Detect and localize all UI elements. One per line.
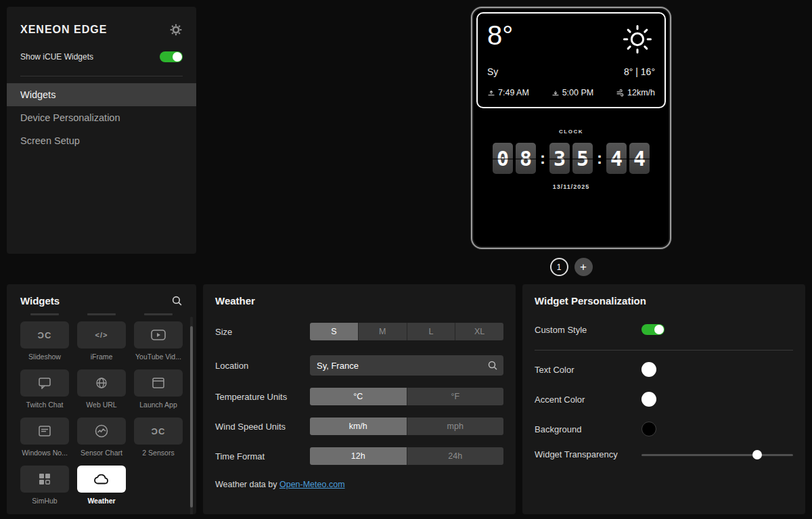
weather-location: Sy [487, 66, 498, 77]
widget-tile-twitch-chat[interactable]: Twitch Chat [20, 369, 69, 409]
iframe-icon: </> [95, 331, 108, 339]
widgets-panel-title: Widgets [20, 295, 60, 307]
location-search-icon[interactable] [487, 360, 498, 371]
widget-tile-youtube[interactable]: YouTube Vid... [134, 321, 183, 361]
wind-icon [616, 89, 625, 97]
sidebar-item-widgets[interactable]: Widgets [7, 83, 196, 106]
temperature-units-label: Temperature Units [215, 392, 310, 402]
custom-style-label: Custom Style [535, 325, 641, 335]
widgets-scrollbar-thumb[interactable] [190, 326, 193, 507]
size-segmented-control: S M L XL [310, 323, 503, 340]
gear-icon[interactable] [169, 23, 183, 37]
time-option-24h[interactable]: 24h [407, 447, 504, 465]
widget-tile-windows-notification[interactable]: Windows No... [20, 418, 69, 457]
widget-grid: ƆC Slideshow </> iFrame YouTube Vid... T… [20, 321, 183, 505]
time-option-12h[interactable]: 12h [310, 447, 407, 465]
location-label: Location [215, 361, 310, 371]
accent-color-swatch[interactable] [641, 392, 656, 407]
widget-tile-launch-app[interactable]: Launch App [134, 369, 183, 409]
temperature-segmented-control: °C °F [310, 388, 503, 405]
app-title: XENEON EDGE [20, 24, 107, 36]
size-label: Size [215, 327, 310, 337]
widget-tile-2-sensors[interactable]: ƆC 2 Sensors [134, 418, 183, 457]
clock-digit: 4 [629, 143, 650, 174]
settings-panel-title: Weather [215, 295, 503, 307]
widgets-scrollbar [190, 317, 193, 514]
youtube-icon [151, 330, 166, 340]
sensor-chart-icon [95, 424, 108, 438]
toggle-knob [654, 325, 664, 334]
accent-color-label: Accent Color [535, 394, 641, 405]
widget-tile-web-url[interactable]: Web URL [77, 369, 126, 409]
slider-track [641, 454, 793, 456]
sidebar-item-screen-setup[interactable]: Screen Setup [7, 129, 196, 152]
clock-digit: 4 [606, 143, 627, 174]
clock-digit: 8 [516, 143, 536, 174]
clock-digit: 5 [572, 143, 593, 174]
size-option-s[interactable]: S [310, 323, 358, 340]
sun-icon [620, 22, 655, 57]
widget-tile-slideshow[interactable]: ƆC Slideshow [20, 321, 69, 361]
size-option-xl[interactable]: XL [455, 323, 503, 340]
size-option-l[interactable]: L [407, 323, 455, 340]
sunset-time: 5:00 PM [562, 88, 594, 97]
sunrise-time: 7:49 AM [498, 88, 529, 97]
wind-option-kmh[interactable]: km/h [310, 418, 407, 435]
clock-separator: : [597, 149, 602, 168]
personalization-divider [535, 350, 793, 351]
twitch-chat-icon [39, 378, 51, 389]
page-1-button[interactable]: 1 [550, 258, 568, 276]
add-page-button[interactable]: + [574, 258, 593, 276]
sunrise-icon [487, 89, 495, 97]
widget-tile-simhub[interactable]: SimHub [20, 466, 69, 505]
wind-speed-units-label: Wind Speed Units [215, 422, 310, 432]
slideshow-icon: ƆC [38, 330, 52, 340]
clock-digit: 0 [493, 143, 513, 174]
size-option-m[interactable]: M [358, 323, 407, 340]
widget-transparency-label: Widget Transparency [535, 449, 641, 459]
launch-app-icon [152, 378, 164, 388]
clock-digit: 3 [549, 143, 570, 174]
simhub-icon [39, 473, 51, 485]
sidebar-item-device-personalization[interactable]: Device Personalization [7, 106, 196, 129]
text-color-label: Text Color [535, 365, 641, 375]
sunset-icon [551, 89, 560, 97]
sidebar-divider [20, 76, 183, 76]
weather-attribution: Weather data by Open-Meteo.com [215, 480, 503, 489]
clipped-widget-row [20, 311, 183, 316]
sidebar-panel: XENEON EDGE Show iCUE Widgets Widgets De… [7, 7, 196, 254]
flip-clock: 0 8 : 3 5 : 4 4 [476, 143, 666, 174]
slider-thumb[interactable] [752, 450, 762, 459]
windows-notification-icon [39, 426, 51, 436]
weather-cloud-icon [93, 473, 110, 485]
custom-style-toggle[interactable] [641, 324, 664, 335]
preview-clock-widget[interactable]: CLOCK 0 8 : 3 5 : 4 4 13/11/2025 [476, 129, 666, 190]
search-icon[interactable] [171, 295, 183, 307]
widget-tile-sensor-chart[interactable]: Sensor Chart [77, 418, 126, 457]
widget-tile-weather[interactable]: Weather [77, 466, 126, 505]
widget-tile-iframe[interactable]: </> iFrame [77, 321, 126, 361]
text-color-swatch[interactable] [641, 362, 656, 377]
weather-temp: 8° [487, 22, 513, 49]
preview-weather-widget[interactable]: 8° Sy 8° | 16° 7:49 AM [476, 12, 666, 108]
background-color-swatch[interactable] [641, 422, 656, 436]
widget-personalization-panel: Widget Personalization Custom Style Text… [522, 284, 805, 514]
show-icue-widgets-toggle[interactable] [160, 51, 183, 62]
toggle-knob [173, 52, 182, 62]
preview-pagination: 1 + [471, 258, 671, 276]
sidebar-header: XENEON EDGE [20, 23, 183, 37]
transparency-slider[interactable] [641, 450, 793, 459]
clock-title: CLOCK [476, 129, 666, 135]
temp-option-fahrenheit[interactable]: °F [407, 388, 504, 405]
wind-segmented-control: km/h mph [310, 418, 503, 435]
weather-settings-panel: Weather Size S M L XL Location Temperatu… [203, 284, 516, 514]
location-input[interactable] [310, 355, 503, 376]
two-sensors-icon: ƆC [152, 426, 166, 436]
time-format-label: Time Format [215, 451, 310, 461]
device-preview: 8° Sy 8° | 16° 7:49 AM [471, 7, 671, 249]
wind-option-mph[interactable]: mph [407, 418, 504, 435]
open-meteo-link[interactable]: Open-Meteo.com [279, 480, 345, 489]
clock-separator: : [540, 149, 545, 168]
temp-option-celsius[interactable]: °C [310, 388, 407, 405]
show-icue-widgets-row: Show iCUE Widgets [20, 51, 183, 62]
